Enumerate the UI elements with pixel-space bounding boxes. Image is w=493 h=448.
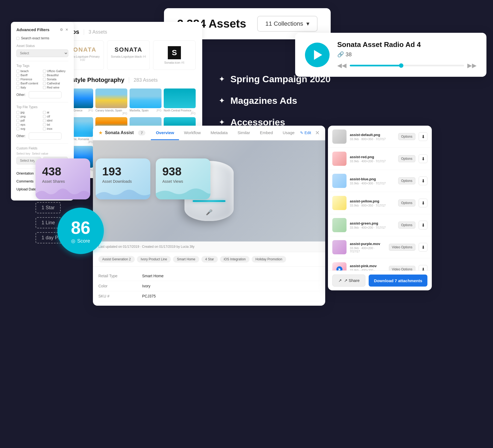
asset-status-select[interactable]: Select	[16, 49, 68, 57]
download-icon-button[interactable]: ⬇	[419, 176, 427, 185]
logo-card-black[interactable]: SONATA Sonata-Logotype-black #4	[107, 40, 150, 70]
asset-fields: Retail Type Smart Home Color Ivory SKU #…	[93, 267, 325, 306]
download-icon-button[interactable]: ⬇	[419, 199, 427, 207]
tag-checkbox[interactable]	[43, 86, 46, 89]
filetype-checkbox[interactable]	[16, 115, 19, 118]
other-filetypes-input[interactable]	[29, 132, 61, 140]
video-play-icon[interactable]	[336, 266, 342, 270]
filetype-checkbox[interactable]	[16, 123, 19, 126]
filetype-checkbox[interactable]	[16, 111, 19, 114]
tag-checkbox[interactable]	[16, 86, 19, 89]
tag-checkbox[interactable]	[43, 70, 46, 73]
video-options-button[interactable]: Video Options	[389, 266, 415, 270]
audio-prev-button[interactable]: ◀◀	[337, 62, 347, 69]
options-button[interactable]: Options	[398, 199, 415, 207]
download-icon-button[interactable]: ⬇	[419, 132, 427, 141]
attachment-item: assist-blue.png 33.9kb · 400×300 · 7/17/…	[328, 170, 432, 192]
audio-play-button[interactable]	[305, 43, 330, 67]
tag-sonata: Sonata	[43, 78, 69, 81]
collections-button[interactable]: 11 Collections ▾	[257, 16, 318, 32]
asset-tag[interactable]: Smart Home	[173, 256, 199, 263]
options-button[interactable]: Options	[398, 155, 415, 162]
photo-caption: Canary Islands, Spain JPG	[95, 109, 127, 112]
video-play-overlay	[332, 262, 347, 270]
custom-fields-label: Custom Fields	[16, 146, 68, 150]
asset-tag[interactable]: Holiday Promotion	[252, 256, 286, 263]
tab-embed[interactable]: Embed	[255, 126, 278, 140]
filetype-checkbox[interactable]	[16, 127, 19, 130]
dashed-label-line: 1 Line	[36, 217, 61, 228]
collection-item[interactable]: ✦ Magazines Ads	[219, 95, 331, 106]
tag-checkbox[interactable]	[43, 74, 46, 77]
photo-card[interactable]: Canary Islands, Spain JPG	[95, 89, 127, 115]
score-number: 86	[71, 218, 90, 238]
attachment-meta: 33.9kb · 400×200 · 7/17/17	[350, 246, 386, 253]
tag-checkbox[interactable]	[16, 82, 19, 85]
filters-header: Advanced Filters ⚙ ✕	[16, 27, 68, 32]
filetype-checkbox[interactable]	[16, 119, 19, 122]
collection-pin-icon: ✦	[219, 96, 225, 105]
edit-button[interactable]: ✎ Edit	[300, 131, 311, 135]
options-button[interactable]: Options	[398, 222, 415, 229]
asset-status-section: Asset Status Select	[16, 44, 68, 57]
tab-metadata[interactable]: Metadata	[206, 126, 233, 140]
tab-similar[interactable]: Similar	[233, 126, 255, 140]
photo-thumbnail	[95, 89, 127, 108]
filetype-checkbox[interactable]	[43, 115, 46, 118]
attachment-meta: 33.9kb · 400×200 · 7/17/17	[350, 160, 395, 163]
options-button[interactable]: Options	[398, 133, 415, 140]
asset-tag[interactable]: Assist Generation 2	[98, 256, 135, 263]
close-button[interactable]: ✕	[315, 129, 320, 136]
download-icon-button[interactable]: ⬇	[419, 243, 427, 252]
filetype-checkbox[interactable]	[43, 127, 46, 130]
download-icon-button[interactable]: ⬇	[419, 154, 427, 163]
other-tags-input[interactable]	[29, 91, 61, 98]
search-exact-checkbox[interactable]	[16, 37, 19, 40]
filetype-checkbox[interactable]	[43, 111, 46, 114]
progress-track[interactable]	[350, 65, 464, 66]
settings-icon[interactable]: ⚙	[60, 28, 63, 32]
asset-tag[interactable]: iOS Integration	[220, 256, 250, 263]
tag-checkbox[interactable]	[43, 82, 46, 85]
asset-tab-count: 7	[138, 130, 145, 135]
logo-icon-s: S	[168, 46, 181, 59]
filetype-checkbox[interactable]	[43, 123, 46, 126]
photo-caption: North Central Province... JPG	[164, 109, 196, 112]
tag-checkbox[interactable]	[16, 78, 19, 81]
mic-icon: 🎤	[206, 209, 213, 216]
score-icon: ◎	[71, 238, 75, 244]
photo-card[interactable]: North Central Province... JPG	[164, 89, 196, 115]
attachment-meta: 33.9kb · 800×350 · 7/17/17	[350, 137, 395, 141]
logo-card-icon[interactable]: S Sonata-icon #6	[153, 40, 196, 70]
attachment-item: assist-purple.mov 33.9kb · 400×200 · 7/1…	[328, 236, 432, 258]
options-button[interactable]: Options	[398, 177, 415, 184]
audio-next-button[interactable]: ▶▶	[467, 62, 477, 69]
tab-workflow[interactable]: Workflow	[179, 126, 206, 140]
tag-beautiful: Beautiful	[43, 73, 69, 77]
tag-uffizio: Uffizio Gallery	[43, 69, 69, 73]
lifestyle-count: 283 Assets	[129, 77, 158, 83]
video-options-button[interactable]: Video Options	[389, 244, 415, 251]
asset-tag[interactable]: Ivory Product Line	[137, 256, 171, 263]
tag-checkbox[interactable]	[16, 74, 19, 77]
asset-tag[interactable]: 4 Star	[201, 256, 218, 263]
logos-grid: SONATA Sonata-Logotype-Primary #30 SONAT…	[61, 40, 196, 70]
tag-checkbox[interactable]	[43, 78, 46, 81]
close-icon[interactable]: ✕	[65, 28, 68, 32]
photo-card[interactable]: Marbella, Spain JPG	[130, 89, 162, 115]
download-icon-button[interactable]: ⬇	[419, 265, 427, 270]
audio-links-count: 🔗 38	[337, 51, 477, 58]
download-attachments-button[interactable]: Download 7 attachments	[369, 275, 427, 287]
tags-grid: beach Uffizio Gallery Banff Beautiful Fl…	[16, 69, 68, 89]
tab-overview[interactable]: Overview	[151, 126, 179, 140]
share-button[interactable]: ↗ ↗ Share	[332, 275, 365, 287]
download-icon-button[interactable]: ⬇	[419, 221, 427, 229]
field-value: Smart Home	[142, 274, 320, 278]
attachment-thumbnail	[332, 129, 347, 144]
speaker-ring	[193, 200, 225, 202]
filetype-checkbox[interactable]	[43, 119, 46, 122]
tab-usage[interactable]: Usage	[278, 126, 300, 140]
field-value: PCJ375	[142, 294, 320, 298]
progress-fill	[350, 65, 401, 66]
tag-checkbox[interactable]	[16, 70, 19, 73]
